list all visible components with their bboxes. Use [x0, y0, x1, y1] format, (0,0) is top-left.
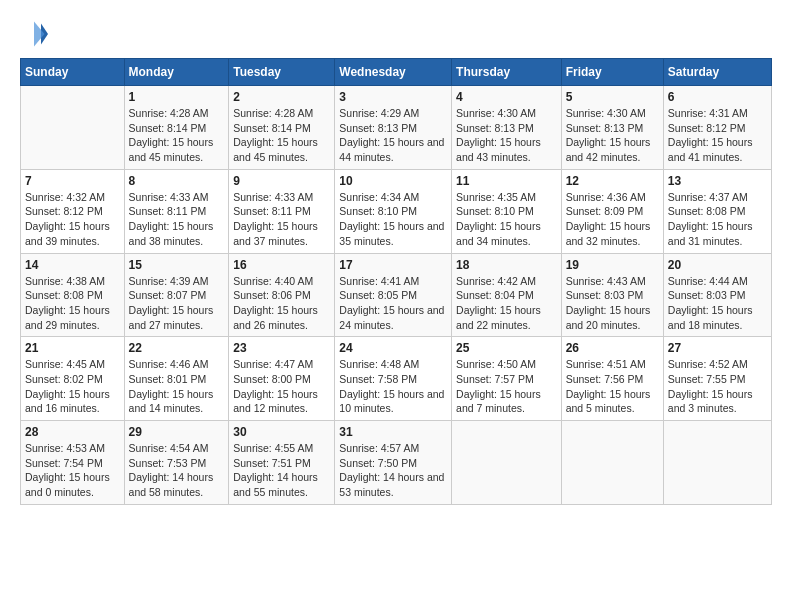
- logo: [20, 20, 52, 48]
- day-number: 12: [566, 174, 659, 188]
- header-row: SundayMondayTuesdayWednesdayThursdayFrid…: [21, 59, 772, 86]
- calendar-cell: 30Sunrise: 4:55 AMSunset: 7:51 PMDayligh…: [229, 421, 335, 505]
- day-number: 13: [668, 174, 767, 188]
- day-number: 10: [339, 174, 447, 188]
- day-number: 17: [339, 258, 447, 272]
- day-info: Sunrise: 4:52 AMSunset: 7:55 PMDaylight:…: [668, 357, 767, 416]
- day-number: 1: [129, 90, 225, 104]
- calendar-cell: 31Sunrise: 4:57 AMSunset: 7:50 PMDayligh…: [335, 421, 452, 505]
- header-cell-friday: Friday: [561, 59, 663, 86]
- calendar-cell: 6Sunrise: 4:31 AMSunset: 8:12 PMDaylight…: [663, 86, 771, 170]
- day-info: Sunrise: 4:47 AMSunset: 8:00 PMDaylight:…: [233, 357, 330, 416]
- day-number: 3: [339, 90, 447, 104]
- day-number: 28: [25, 425, 120, 439]
- calendar-cell: 26Sunrise: 4:51 AMSunset: 7:56 PMDayligh…: [561, 337, 663, 421]
- day-number: 20: [668, 258, 767, 272]
- day-number: 30: [233, 425, 330, 439]
- day-number: 6: [668, 90, 767, 104]
- calendar-cell: 9Sunrise: 4:33 AMSunset: 8:11 PMDaylight…: [229, 169, 335, 253]
- header-cell-wednesday: Wednesday: [335, 59, 452, 86]
- day-info: Sunrise: 4:33 AMSunset: 8:11 PMDaylight:…: [233, 190, 330, 249]
- header-cell-sunday: Sunday: [21, 59, 125, 86]
- calendar-cell: 21Sunrise: 4:45 AMSunset: 8:02 PMDayligh…: [21, 337, 125, 421]
- calendar-cell: 1Sunrise: 4:28 AMSunset: 8:14 PMDaylight…: [124, 86, 229, 170]
- day-info: Sunrise: 4:30 AMSunset: 8:13 PMDaylight:…: [456, 106, 557, 165]
- day-info: Sunrise: 4:30 AMSunset: 8:13 PMDaylight:…: [566, 106, 659, 165]
- header-cell-saturday: Saturday: [663, 59, 771, 86]
- day-number: 11: [456, 174, 557, 188]
- calendar-cell: 7Sunrise: 4:32 AMSunset: 8:12 PMDaylight…: [21, 169, 125, 253]
- calendar-cell: 24Sunrise: 4:48 AMSunset: 7:58 PMDayligh…: [335, 337, 452, 421]
- day-number: 31: [339, 425, 447, 439]
- calendar-cell: 19Sunrise: 4:43 AMSunset: 8:03 PMDayligh…: [561, 253, 663, 337]
- calendar-cell: 17Sunrise: 4:41 AMSunset: 8:05 PMDayligh…: [335, 253, 452, 337]
- day-info: Sunrise: 4:57 AMSunset: 7:50 PMDaylight:…: [339, 441, 447, 500]
- week-row-4: 28Sunrise: 4:53 AMSunset: 7:54 PMDayligh…: [21, 421, 772, 505]
- calendar-cell: [561, 421, 663, 505]
- calendar-cell: 13Sunrise: 4:37 AMSunset: 8:08 PMDayligh…: [663, 169, 771, 253]
- day-number: 23: [233, 341, 330, 355]
- day-info: Sunrise: 4:35 AMSunset: 8:10 PMDaylight:…: [456, 190, 557, 249]
- svg-marker-1: [34, 21, 45, 46]
- day-info: Sunrise: 4:55 AMSunset: 7:51 PMDaylight:…: [233, 441, 330, 500]
- day-info: Sunrise: 4:33 AMSunset: 8:11 PMDaylight:…: [129, 190, 225, 249]
- calendar-cell: 29Sunrise: 4:54 AMSunset: 7:53 PMDayligh…: [124, 421, 229, 505]
- day-number: 5: [566, 90, 659, 104]
- day-info: Sunrise: 4:42 AMSunset: 8:04 PMDaylight:…: [456, 274, 557, 333]
- day-info: Sunrise: 4:36 AMSunset: 8:09 PMDaylight:…: [566, 190, 659, 249]
- day-info: Sunrise: 4:53 AMSunset: 7:54 PMDaylight:…: [25, 441, 120, 500]
- day-number: 22: [129, 341, 225, 355]
- day-number: 8: [129, 174, 225, 188]
- day-info: Sunrise: 4:48 AMSunset: 7:58 PMDaylight:…: [339, 357, 447, 416]
- header-cell-monday: Monday: [124, 59, 229, 86]
- calendar-cell: 12Sunrise: 4:36 AMSunset: 8:09 PMDayligh…: [561, 169, 663, 253]
- day-number: 2: [233, 90, 330, 104]
- logo-icon: [20, 20, 48, 48]
- calendar-body: 1Sunrise: 4:28 AMSunset: 8:14 PMDaylight…: [21, 86, 772, 505]
- day-number: 19: [566, 258, 659, 272]
- calendar-cell: 2Sunrise: 4:28 AMSunset: 8:14 PMDaylight…: [229, 86, 335, 170]
- day-info: Sunrise: 4:28 AMSunset: 8:14 PMDaylight:…: [129, 106, 225, 165]
- week-row-3: 21Sunrise: 4:45 AMSunset: 8:02 PMDayligh…: [21, 337, 772, 421]
- calendar-cell: 15Sunrise: 4:39 AMSunset: 8:07 PMDayligh…: [124, 253, 229, 337]
- day-number: 26: [566, 341, 659, 355]
- day-info: Sunrise: 4:51 AMSunset: 7:56 PMDaylight:…: [566, 357, 659, 416]
- day-info: Sunrise: 4:40 AMSunset: 8:06 PMDaylight:…: [233, 274, 330, 333]
- calendar-cell: [21, 86, 125, 170]
- calendar-cell: 8Sunrise: 4:33 AMSunset: 8:11 PMDaylight…: [124, 169, 229, 253]
- calendar-table: SundayMondayTuesdayWednesdayThursdayFrid…: [20, 58, 772, 505]
- calendar-cell: 3Sunrise: 4:29 AMSunset: 8:13 PMDaylight…: [335, 86, 452, 170]
- day-info: Sunrise: 4:44 AMSunset: 8:03 PMDaylight:…: [668, 274, 767, 333]
- calendar-cell: 20Sunrise: 4:44 AMSunset: 8:03 PMDayligh…: [663, 253, 771, 337]
- day-number: 27: [668, 341, 767, 355]
- day-info: Sunrise: 4:45 AMSunset: 8:02 PMDaylight:…: [25, 357, 120, 416]
- calendar-cell: 23Sunrise: 4:47 AMSunset: 8:00 PMDayligh…: [229, 337, 335, 421]
- calendar-cell: [452, 421, 562, 505]
- day-info: Sunrise: 4:38 AMSunset: 8:08 PMDaylight:…: [25, 274, 120, 333]
- calendar-cell: 18Sunrise: 4:42 AMSunset: 8:04 PMDayligh…: [452, 253, 562, 337]
- day-number: 4: [456, 90, 557, 104]
- day-info: Sunrise: 4:50 AMSunset: 7:57 PMDaylight:…: [456, 357, 557, 416]
- day-number: 21: [25, 341, 120, 355]
- calendar-cell: 22Sunrise: 4:46 AMSunset: 8:01 PMDayligh…: [124, 337, 229, 421]
- header-cell-tuesday: Tuesday: [229, 59, 335, 86]
- calendar-cell: 11Sunrise: 4:35 AMSunset: 8:10 PMDayligh…: [452, 169, 562, 253]
- calendar-header: SundayMondayTuesdayWednesdayThursdayFrid…: [21, 59, 772, 86]
- day-number: 24: [339, 341, 447, 355]
- calendar-cell: 14Sunrise: 4:38 AMSunset: 8:08 PMDayligh…: [21, 253, 125, 337]
- header-cell-thursday: Thursday: [452, 59, 562, 86]
- calendar-cell: 10Sunrise: 4:34 AMSunset: 8:10 PMDayligh…: [335, 169, 452, 253]
- calendar-cell: [663, 421, 771, 505]
- day-number: 25: [456, 341, 557, 355]
- day-info: Sunrise: 4:28 AMSunset: 8:14 PMDaylight:…: [233, 106, 330, 165]
- week-row-2: 14Sunrise: 4:38 AMSunset: 8:08 PMDayligh…: [21, 253, 772, 337]
- day-info: Sunrise: 4:54 AMSunset: 7:53 PMDaylight:…: [129, 441, 225, 500]
- calendar-cell: 27Sunrise: 4:52 AMSunset: 7:55 PMDayligh…: [663, 337, 771, 421]
- day-info: Sunrise: 4:39 AMSunset: 8:07 PMDaylight:…: [129, 274, 225, 333]
- calendar-cell: 5Sunrise: 4:30 AMSunset: 8:13 PMDaylight…: [561, 86, 663, 170]
- day-info: Sunrise: 4:32 AMSunset: 8:12 PMDaylight:…: [25, 190, 120, 249]
- day-info: Sunrise: 4:37 AMSunset: 8:08 PMDaylight:…: [668, 190, 767, 249]
- day-info: Sunrise: 4:43 AMSunset: 8:03 PMDaylight:…: [566, 274, 659, 333]
- day-info: Sunrise: 4:29 AMSunset: 8:13 PMDaylight:…: [339, 106, 447, 165]
- day-info: Sunrise: 4:41 AMSunset: 8:05 PMDaylight:…: [339, 274, 447, 333]
